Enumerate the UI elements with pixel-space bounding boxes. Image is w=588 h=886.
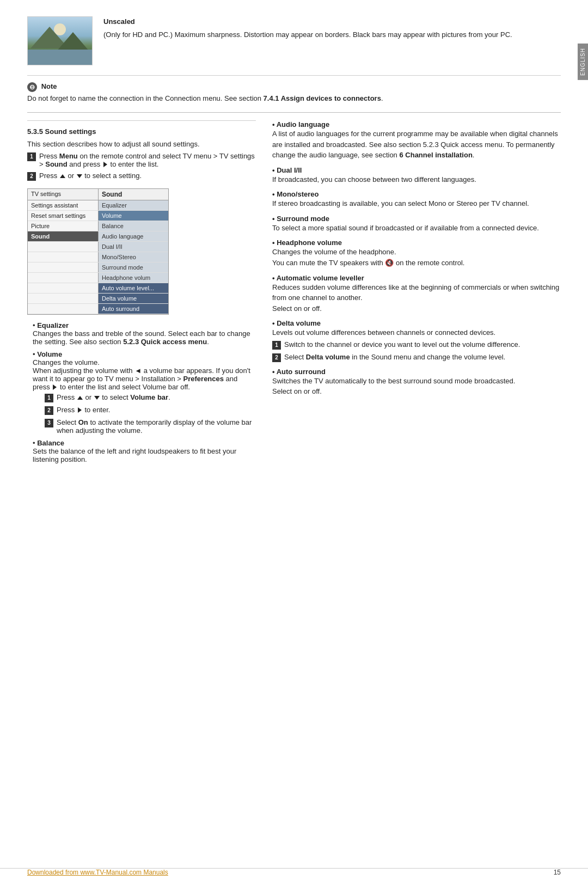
row6-right: Surround mode [99, 262, 168, 272]
mono-stereo-text: If stereo broadcasting is available, you… [272, 198, 561, 209]
auto-vol-level-text: Reduces sudden volume differences like a… [272, 282, 561, 314]
auto-vol-level-title: • Automatic volume leveller [272, 274, 561, 282]
row2-right: Balance [99, 221, 168, 231]
table-row-active: Sound Audio language [28, 231, 168, 242]
delta-vol-title: • Delta volume [272, 319, 561, 327]
unscaled-title: Unscaled [103, 16, 512, 27]
row10-left [28, 304, 99, 314]
row4-right: Dual I/II [99, 242, 168, 252]
page-number: 15 [554, 869, 561, 876]
dstep1-num: 1 [272, 341, 281, 350]
col1-header: TV settings [28, 189, 99, 200]
unscaled-body: (Only for HD and PC.) Maximum sharpness.… [103, 29, 512, 40]
water-decoration [28, 50, 92, 65]
headphone-vol-text: Changes the volume of the headphone.You … [272, 247, 561, 268]
landscape-image [27, 16, 93, 65]
mute-icon: 🔇 [385, 258, 394, 268]
audio-lang-title: • Audio language [272, 120, 561, 129]
row1-left: Reset smart settings [28, 211, 99, 221]
table-row: Surround mode [28, 262, 168, 273]
table-row: Dual I/II [28, 242, 168, 252]
arrow-right-icon [103, 162, 107, 167]
bullet-audio-language: • Audio language A list of audio languag… [272, 120, 561, 161]
sound-settings-title: 5.3.5 Sound settings [27, 127, 256, 136]
bullet-auto-surround: • Auto surround Switches the TV automati… [272, 368, 561, 397]
row5-right: Mono/Stereo [99, 252, 168, 262]
note-title: ⊖ Note [27, 82, 561, 92]
note-body-text: Do not forget to name the connection in … [27, 94, 264, 102]
table-row: Reset smart settings Volume [28, 211, 168, 221]
dstep2-num: 2 [272, 353, 281, 362]
equalizer-bold: 5.2.3 Quick access menu [123, 338, 207, 346]
vstep1-num: 1 [45, 394, 53, 402]
note-label: Note [41, 82, 57, 90]
mono-stereo-title: • Mono/stereo [272, 190, 561, 198]
row8-left [28, 283, 99, 293]
audio-lang-text: A list of audio languages for the curren… [272, 129, 561, 161]
row8-right: Auto volume level... [99, 283, 168, 293]
surround-mode-text: To select a more spatial sound if broadc… [272, 223, 561, 234]
delta-step2: 2 Select Delta volume in the Sound menu … [272, 353, 561, 362]
page-footer: Downloaded from www.TV-Manual.com Manual… [0, 868, 588, 876]
bullet-delta-volume: • Delta volume Levels out volume differe… [272, 319, 561, 362]
bullet-mono-stereo: • Mono/stereo If stereo broadcasting is … [272, 190, 561, 209]
bullet-auto-vol-level: • Automatic volume leveller Reduces sudd… [272, 274, 561, 314]
arrow-down2 [94, 396, 100, 400]
row9-left [28, 294, 99, 303]
section-intro: This section describes how to adjust all… [27, 139, 256, 150]
bullet-equalizer: Equalizer Changes the bass and treble of… [33, 321, 256, 346]
preferences-bold: Preferences [183, 375, 224, 383]
note-icon: ⊖ [27, 82, 37, 92]
row1-right: Volume [99, 211, 168, 221]
bullet-balance: Balance Sets the balance of the left and… [33, 439, 256, 463]
dstep2-text: Select Delta volume in the Sound menu an… [284, 353, 505, 361]
surround-mode-title: • Surround mode [272, 215, 561, 223]
footer-link[interactable]: Downloaded from www.TV-Manual.com Manual… [27, 869, 168, 876]
dual-text: If broadcasted, you can choose between t… [272, 174, 561, 185]
table-header: TV settings Sound [28, 189, 168, 200]
auto-surround-title: • Auto surround [272, 368, 561, 376]
step-2-num: 2 [27, 172, 36, 181]
auto-surround-text: Switches the TV automatically to the bes… [272, 376, 561, 397]
arrow-right-icon2 [53, 384, 57, 390]
table-row: Mono/Stereo [28, 252, 168, 262]
bullet-headphone-vol: • Headphone volume Changes the volume of… [272, 239, 561, 268]
table-row: Headphone volum [28, 273, 168, 283]
table-row: Delta volume [28, 294, 168, 304]
row0-right: Equalizer [99, 200, 168, 210]
equalizer-text: Changes the bass and treble of the sound… [33, 329, 250, 346]
step-1: 1 Press Menu on the remote control and s… [27, 152, 256, 168]
row9-right: Delta volume [99, 294, 168, 303]
step-1-num: 1 [27, 152, 36, 161]
sound-bold: Sound [45, 160, 67, 168]
bullet-surround-mode: • Surround mode To select a more spatial… [272, 215, 561, 234]
balance-text: Sets the balance of the left and right l… [33, 447, 236, 463]
col2-header: Sound [99, 189, 168, 200]
row4-left [28, 242, 99, 252]
mountain2-decoration [57, 32, 89, 51]
vstep2-num: 2 [45, 406, 53, 415]
vstep2-text: Press to enter. [57, 406, 110, 414]
step-2: 2 Press or to select a setting. [27, 172, 256, 181]
step-2-text: Press or to select a setting. [39, 172, 142, 180]
row2-left: Picture [28, 221, 99, 231]
row7-left [28, 273, 99, 283]
vstep3-text: Select On to activate the temporarily di… [57, 418, 256, 435]
volume-step3: 3 Select On to activate the temporarily … [45, 418, 256, 435]
row0-left: Settings assistant [28, 200, 99, 210]
table-row: Settings assistant Equalizer [28, 200, 168, 211]
volume-bar-bold: Volume bar [130, 393, 168, 401]
right-column: • Audio language A list of audio languag… [272, 120, 561, 468]
arrow-up2 [77, 396, 83, 400]
on-bold: On [78, 418, 88, 426]
volume-title: Volume [37, 350, 62, 358]
sidebar-tab: ENGLISH [578, 44, 588, 80]
row3-left: Sound [28, 231, 99, 241]
bullet-volume: Volume Changes the volume. When adjustin… [33, 350, 256, 435]
row7-right: Headphone volum [99, 273, 168, 283]
vstep3-num: 3 [45, 419, 53, 427]
note-body-end: . [381, 94, 383, 102]
volume-text: Changes the volume. [33, 358, 100, 366]
table-row: Auto surround [28, 304, 168, 314]
left-column: 5.3.5 Sound settings This section descri… [27, 120, 256, 468]
